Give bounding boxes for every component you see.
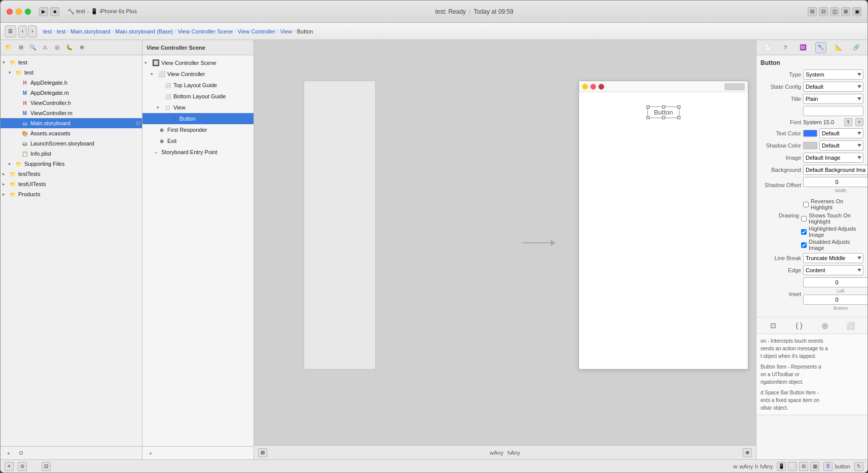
font-size-btn[interactable]: + (855, 118, 863, 126)
bottom-icon-4[interactable]: ⬜ (845, 319, 857, 332)
bc-test2[interactable]: test (57, 28, 66, 34)
tree-launch-storyboard[interactable]: 🗂 LaunchScreen.storyboard (1, 138, 142, 149)
scene-first-responder[interactable]: ⊕ First Responder (142, 124, 254, 135)
add-file-btn[interactable]: + (4, 448, 14, 458)
debug-nav-icon[interactable]: 🐛 (64, 43, 75, 53)
inset-bottom-inputs (803, 295, 867, 305)
tree-testUITests[interactable]: ▸ 📁 testUITests (1, 179, 142, 189)
warning-nav-icon[interactable]: ⚠ (40, 43, 50, 53)
text-color-swatch[interactable] (803, 130, 817, 137)
canvas-size-indicator: wAny hAny (275, 450, 735, 456)
font-btn[interactable]: T (844, 118, 852, 126)
layout-btn-2[interactable]: ⊡ (819, 7, 828, 16)
tree-info-plist[interactable]: 📋 Info.plist (1, 149, 142, 159)
layout-btn-1[interactable]: ⊟ (808, 7, 817, 16)
canvas-content[interactable]: Button Add New Alignment Constrai (254, 40, 756, 445)
scene-top-layout[interactable]: ⬜ Top Layout Guide (142, 80, 254, 91)
inspector-attributes-icon[interactable]: 🔧 (815, 42, 826, 53)
tree-main-storyboard[interactable]: 🗂 Main.storyboard M (1, 118, 142, 128)
line-break-select[interactable]: Truncate Middle (803, 253, 863, 263)
canvas-zoom-btn[interactable]: ⊕ (743, 448, 752, 457)
bg-select[interactable]: Default Background Ima (803, 165, 867, 175)
canvas-grid-btn-2[interactable]: ▦ (810, 462, 819, 471)
tree-products[interactable]: ▸ 📁 Products (1, 189, 142, 199)
button-text-input[interactable]: Button (803, 106, 863, 116)
symbol-nav-icon[interactable]: ⊞ (16, 43, 26, 53)
scene-view[interactable]: ▾ □ View (142, 102, 254, 113)
state-config-select[interactable]: Default (803, 82, 863, 92)
bottom-icon-1[interactable]: ⊡ (767, 319, 779, 332)
layout-btn-4[interactable]: ⊞ (841, 7, 850, 16)
tree-appdelegate-h[interactable]: H AppDelegate.h (1, 78, 142, 88)
fullscreen-button[interactable] (25, 9, 31, 15)
shadow-color-swatch[interactable] (803, 142, 817, 149)
close-button[interactable] (7, 9, 13, 15)
status-nav-btn[interactable]: ⊡ (42, 462, 51, 471)
highlighted-checkbox[interactable] (801, 229, 807, 235)
scene-button[interactable]: B Button (142, 113, 254, 124)
status-add-btn[interactable]: + (5, 462, 14, 471)
test-nav-icon[interactable]: ◎ (52, 43, 62, 53)
layout-btn-5[interactable]: ▣ (852, 7, 861, 16)
scene-vc-scene[interactable]: ▾ 🔲 View Controller Scene (142, 57, 254, 68)
inspector-size-icon[interactable]: 📐 (833, 42, 844, 53)
tree-viewcontroller-h[interactable]: H ViewController.h (1, 98, 142, 108)
navigator-toggle[interactable]: ☰ (5, 25, 16, 38)
shadow-color-select[interactable]: Default (819, 140, 863, 151)
search-nav-icon[interactable]: 🔍 (28, 43, 38, 53)
add-scene-btn[interactable]: + (146, 448, 156, 458)
tree-viewcontroller-m[interactable]: M ViewController.m (1, 108, 142, 118)
inspector-connections-icon[interactable]: 🔗 (851, 42, 862, 53)
bc-test1[interactable]: test (43, 28, 52, 34)
layout-btn-3[interactable]: ◫ (830, 7, 839, 16)
folder-icon[interactable]: 📁 (4, 43, 14, 53)
text-color-select[interactable]: Default (819, 128, 863, 138)
canvas-tablet-btn[interactable]: ⬜ (788, 462, 797, 471)
bc-main-base[interactable]: Main.storyboard (Base) (115, 28, 173, 34)
bottom-icon-2[interactable]: ( ) (793, 319, 805, 332)
stop-button[interactable]: ■ (50, 7, 59, 16)
disabled-checkbox[interactable] (801, 242, 807, 248)
inspector-quick-help-icon[interactable]: ? (780, 42, 791, 53)
element-icon[interactable]: B (823, 462, 833, 471)
scene-vc[interactable]: ▾ ⬜ View Controller (142, 68, 254, 80)
tree-appdelegate-m[interactable]: M AppDelegate.m (1, 88, 142, 98)
reverses-checkbox[interactable] (803, 202, 809, 207)
scene-exit[interactable]: ⊗ Exit (142, 135, 254, 147)
tree-root[interactable]: ▾ 📁 test (1, 57, 142, 67)
filter-btn[interactable]: ⊙ (16, 448, 26, 458)
scene-bottom-layout[interactable]: ⬜ Bottom Layout Guide (142, 91, 254, 102)
type-select[interactable]: System (803, 69, 863, 80)
inspector-identity-icon[interactable]: 🆔 (798, 42, 809, 53)
back-button[interactable]: ‹ (18, 25, 27, 38)
run-button[interactable]: ▶ (39, 7, 48, 16)
inspector-file-icon[interactable]: 📄 (762, 42, 773, 53)
forward-button[interactable]: › (28, 25, 37, 38)
title-type-select[interactable]: Plain (803, 94, 863, 104)
canvas-grid-btn[interactable]: ⊞ (258, 448, 267, 457)
shadow-w-input[interactable] (803, 177, 867, 187)
tree-test-group[interactable]: ▾ 📁 test (1, 67, 142, 78)
canvas-button-element[interactable]: Button (647, 106, 680, 118)
refresh-btn[interactable]: ↻ (854, 462, 863, 471)
scene-entry-point[interactable]: → Storyboard Entry Point (142, 147, 254, 158)
tree-testTests[interactable]: ▸ 📁 testTests (1, 169, 142, 179)
bc-view[interactable]: View (280, 28, 292, 34)
status-filter-btn[interactable]: ⊙ (18, 462, 27, 471)
canvas-iphone-btn[interactable]: 📱 (777, 462, 786, 471)
bc-vc-scene[interactable]: View Controller Scene (178, 28, 233, 34)
image-select[interactable]: Default Image (803, 153, 863, 163)
shows-touch-checkbox[interactable] (801, 216, 807, 222)
tree-assets[interactable]: 🎨 Assets.xcassets (1, 128, 142, 138)
bc-button[interactable]: Button (297, 28, 313, 34)
inset-left-input[interactable] (803, 277, 867, 287)
minimize-button[interactable] (16, 9, 22, 15)
bottom-icon-3[interactable]: ◎ (819, 319, 831, 332)
source-nav-icon[interactable]: ⊕ (77, 43, 87, 53)
edge-select[interactable]: Content (803, 265, 863, 275)
canvas-auto-btn[interactable]: ⊞ (799, 462, 808, 471)
tree-supporting-files[interactable]: ▸ 📁 Supporting Files (1, 159, 142, 169)
inset-bottom-input[interactable] (803, 295, 867, 305)
bc-vc[interactable]: View Controller (238, 28, 275, 34)
bc-main-storyboard[interactable]: Main.storyboard (70, 28, 111, 34)
